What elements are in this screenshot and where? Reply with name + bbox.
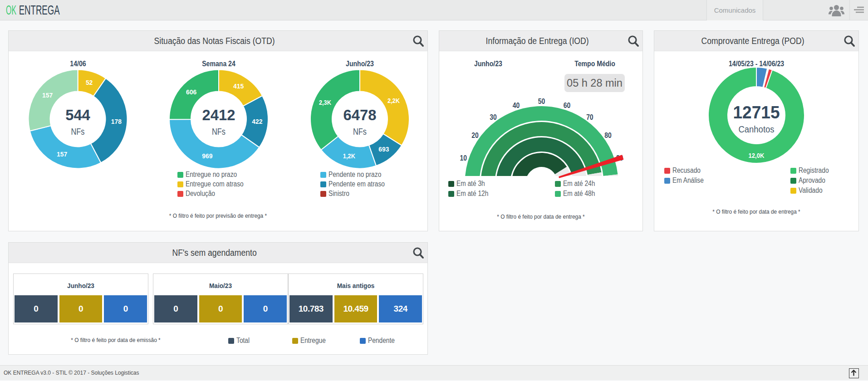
svg-text:544: 544 — [65, 107, 90, 123]
svg-text:80: 80 — [604, 131, 612, 139]
svg-text:12715: 12715 — [733, 103, 780, 122]
svg-text:2,2K: 2,2K — [387, 97, 400, 104]
svg-text:40: 40 — [513, 101, 520, 109]
svg-text:6478: 6478 — [343, 107, 377, 123]
svg-text:1,2K: 1,2K — [343, 152, 355, 160]
svg-text:NFs: NFs — [71, 127, 85, 137]
svg-text:52: 52 — [86, 78, 93, 86]
svg-text:2,3K: 2,3K — [319, 98, 331, 106]
svg-text:OK: OK — [6, 3, 16, 17]
svg-text:20: 20 — [471, 131, 479, 139]
svg-text:30: 30 — [490, 113, 497, 121]
svg-text:12,0K: 12,0K — [749, 151, 765, 159]
svg-text:2412: 2412 — [202, 107, 235, 123]
svg-text:NFs: NFs — [353, 127, 367, 137]
svg-text:969: 969 — [202, 152, 212, 160]
svg-text:178: 178 — [111, 117, 122, 125]
svg-text:157: 157 — [57, 150, 67, 158]
svg-text:50: 50 — [538, 97, 545, 105]
svg-text:70: 70 — [586, 113, 593, 121]
svg-text:ENTREGA: ENTREGA — [19, 3, 60, 17]
svg-text:157: 157 — [42, 91, 53, 99]
svg-text:Canhotos: Canhotos — [739, 124, 775, 134]
svg-text:415: 415 — [233, 82, 244, 90]
svg-text:422: 422 — [252, 117, 262, 125]
svg-text:10: 10 — [460, 154, 467, 162]
svg-text:606: 606 — [186, 88, 196, 96]
svg-text:60: 60 — [564, 101, 571, 109]
svg-text:NFs: NFs — [212, 127, 226, 137]
svg-text:693: 693 — [378, 145, 389, 153]
